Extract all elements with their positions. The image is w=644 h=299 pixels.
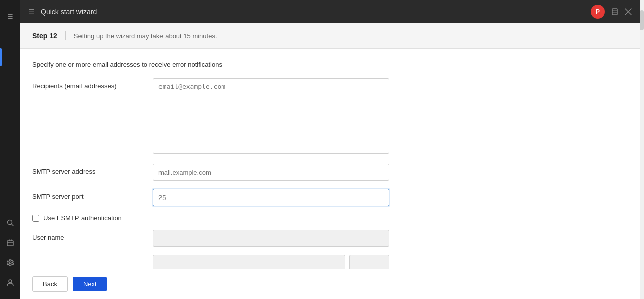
step-description: Setting up the wizard may take about 15 … [74, 32, 217, 40]
password-input-wrap [153, 255, 389, 269]
smtp-address-row: SMTP server address [32, 164, 628, 181]
recipients-textarea[interactable] [153, 78, 389, 154]
svg-rect-4 [612, 9, 617, 15]
wizard-footer: Back Next [20, 269, 640, 299]
scrollbar[interactable] [640, 0, 644, 299]
wizard-content: Specify one or more email addresses to r… [20, 49, 640, 269]
wizard-panel: Step 12 Setting up the wizard may take a… [20, 23, 640, 299]
password-row [32, 255, 628, 269]
notification-description: Specify one or more email addresses to r… [32, 61, 628, 68]
smtp-address-input-wrap [153, 164, 389, 181]
avatar-button[interactable]: P [591, 5, 605, 19]
step-divider [65, 31, 66, 40]
sidebar-item-package[interactable] [2, 235, 18, 251]
sidebar-item-settings[interactable] [2, 255, 18, 271]
back-button[interactable]: Back [32, 276, 68, 292]
password-label [32, 255, 153, 259]
password-input[interactable] [153, 255, 345, 269]
username-row: User name [32, 230, 628, 247]
smtp-port-row: SMTP server port [32, 189, 628, 206]
svg-point-3 [9, 280, 12, 283]
smtp-address-label: SMTP server address [32, 164, 153, 175]
password-confirm-input[interactable] [349, 255, 389, 269]
sidebar: ☰ [0, 0, 20, 299]
page-title: Quick start wizard [41, 8, 97, 16]
title-bar: ☰ Quick start wizard P [20, 0, 640, 23]
recipients-row: Recipients (email addresses) [32, 78, 628, 156]
esmtp-label[interactable]: Use ESMTP authentication [43, 214, 122, 222]
next-button[interactable]: Next [73, 277, 107, 291]
sidebar-item-user[interactable] [2, 275, 18, 291]
svg-rect-2 [7, 241, 13, 246]
smtp-address-input[interactable] [153, 164, 389, 181]
esmtp-checkbox[interactable] [32, 215, 39, 222]
close-button[interactable] [625, 8, 632, 15]
smtp-port-input-wrap [153, 189, 389, 206]
step-header: Step 12 Setting up the wizard may take a… [20, 23, 640, 49]
sidebar-item-search[interactable] [2, 215, 18, 231]
sidebar-item-menu[interactable]: ☰ [2, 8, 18, 24]
step-label: Step 12 [32, 32, 57, 40]
recipients-input-wrap [153, 78, 389, 156]
hamburger-icon[interactable]: ☰ [28, 8, 35, 16]
svg-line-1 [12, 224, 14, 226]
username-input-wrap [153, 230, 389, 247]
username-input[interactable] [153, 230, 389, 247]
username-label: User name [32, 230, 153, 241]
smtp-port-input[interactable] [153, 189, 389, 206]
bookmark-icon[interactable] [611, 8, 619, 16]
smtp-port-label: SMTP server port [32, 189, 153, 201]
sidebar-accent [0, 48, 2, 66]
esmtp-row: Use ESMTP authentication [32, 214, 628, 222]
scroll-thumb[interactable] [640, 10, 644, 30]
recipients-label: Recipients (email addresses) [32, 78, 153, 90]
